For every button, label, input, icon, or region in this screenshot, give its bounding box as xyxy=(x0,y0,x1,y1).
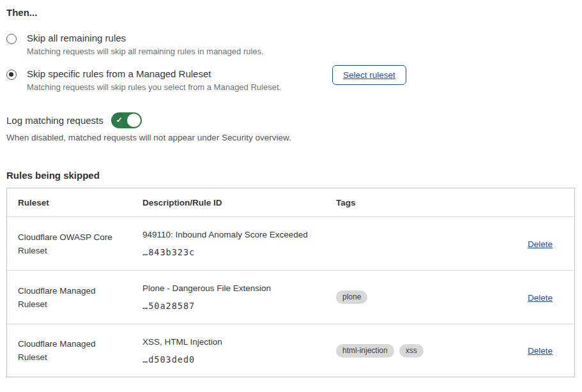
option-label[interactable]: Skip specific rules from a Managed Rules… xyxy=(27,69,281,79)
option-skip-all-remaining-rules[interactable]: Skip all remaining rules Matching reques… xyxy=(6,33,575,56)
rules-table-title: Rules being skipped xyxy=(6,170,575,181)
tag-badge: html-injection xyxy=(336,344,394,358)
column-header-tags: Tags xyxy=(336,198,495,207)
select-ruleset-button[interactable]: Select ruleset xyxy=(332,65,406,85)
option-body: Skip specific rules from a Managed Rules… xyxy=(27,69,281,92)
rule-description-cell: 949110: Inbound Anomaly Score Exceeded …… xyxy=(142,230,336,257)
delete-rule-link[interactable]: Delete xyxy=(528,239,553,249)
table-row: Cloudflare OWASP Core Ruleset 949110: In… xyxy=(7,217,574,271)
actions-cell: Delete xyxy=(495,345,553,356)
rule-id: …50a28587 xyxy=(142,301,336,311)
rule-id: …843b323c xyxy=(142,247,336,257)
rule-description: Plone - Dangerous File Extension xyxy=(142,283,336,294)
column-header-description: Description/Rule ID xyxy=(142,198,336,207)
log-matching-toggle[interactable]: ✓ xyxy=(111,112,142,128)
option-description: Matching requests will skip rules you se… xyxy=(27,83,281,92)
column-header-ruleset: Ruleset xyxy=(18,198,142,207)
log-matching-requests-row: Log matching requests ✓ xyxy=(6,112,575,128)
rule-description: 949110: Inbound Anomaly Score Exceeded xyxy=(142,230,336,240)
option-body: Skip all remaining rules Matching reques… xyxy=(27,33,264,56)
ruleset-name: Cloudflare Managed Ruleset xyxy=(18,337,125,364)
radio-skip-all-remaining[interactable] xyxy=(6,34,17,44)
option-skip-specific-rules[interactable]: Skip specific rules from a Managed Rules… xyxy=(6,69,575,92)
waf-rule-config-page: Then... Skip all remaining rules Matchin… xyxy=(0,0,582,392)
rule-description: XSS, HTML Injection xyxy=(142,337,336,347)
rule-id: …d503ded0 xyxy=(142,354,336,365)
log-toggle-label: Log matching requests xyxy=(6,115,103,126)
rules-being-skipped-table: Ruleset Description/Rule ID Tags Cloudfl… xyxy=(6,188,575,377)
actions-cell: Delete xyxy=(495,238,553,250)
table-header-row: Ruleset Description/Rule ID Tags xyxy=(7,188,574,217)
ruleset-name: Cloudflare Managed Ruleset xyxy=(18,284,125,311)
delete-rule-link[interactable]: Delete xyxy=(528,293,553,303)
check-icon: ✓ xyxy=(116,115,123,125)
option-description: Matching requests will skip all remainin… xyxy=(27,47,264,56)
tag-badge: plone xyxy=(336,290,367,304)
radio-skip-specific[interactable] xyxy=(6,70,17,80)
table-row: Cloudflare Managed Ruleset XSS, HTML Inj… xyxy=(7,324,574,377)
then-section-title: Then... xyxy=(6,8,575,18)
rule-description-cell: XSS, HTML Injection …d503ded0 xyxy=(142,337,336,365)
log-toggle-description: When disabled, matched requests will not… xyxy=(6,133,575,142)
rule-description-cell: Plone - Dangerous File Extension …50a285… xyxy=(142,283,336,311)
option-label[interactable]: Skip all remaining rules xyxy=(27,33,264,43)
actions-cell: Delete xyxy=(495,292,553,303)
table-row: Cloudflare Managed Ruleset Plone - Dange… xyxy=(7,271,574,324)
delete-rule-link[interactable]: Delete xyxy=(528,346,553,356)
tag-badge: xss xyxy=(399,344,424,358)
tags-cell: plone xyxy=(336,290,495,304)
ruleset-name: Cloudflare OWASP Core Ruleset xyxy=(18,230,125,257)
toggle-knob xyxy=(127,114,141,127)
tags-cell: html-injection xss xyxy=(336,344,495,358)
